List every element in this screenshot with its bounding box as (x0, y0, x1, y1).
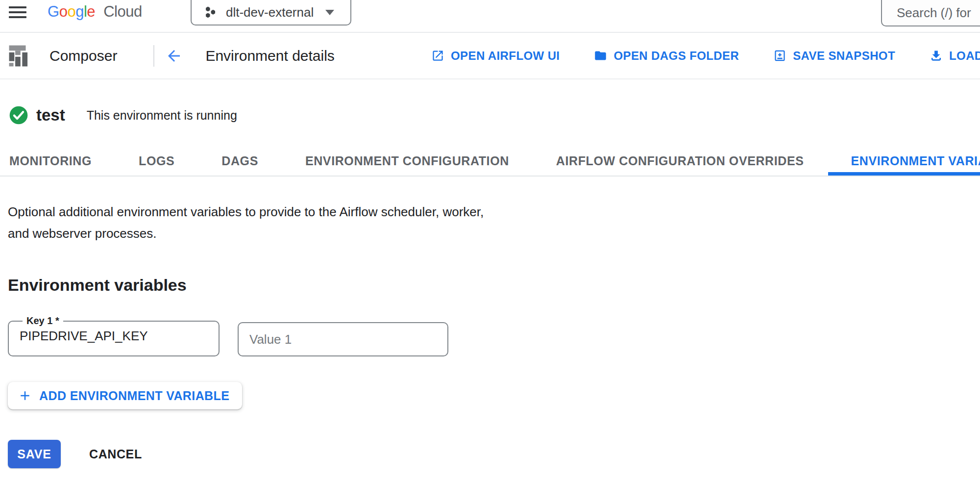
logo-letter: g (75, 3, 84, 20)
search-input[interactable] (882, 5, 980, 21)
google-cloud-logo: Google Cloud (48, 3, 142, 21)
project-selector[interactable]: dlt-dev-external (191, 0, 351, 25)
key-field-label: Key 1 * (23, 315, 63, 327)
download-icon (930, 49, 943, 62)
tab-description: Optional additional environment variable… (8, 201, 503, 244)
save-button[interactable]: SAVE (8, 440, 61, 468)
tab-monitoring[interactable]: MONITORING (9, 146, 92, 176)
project-hexagons-icon (203, 5, 217, 19)
tab-logs[interactable]: LOGS (139, 146, 174, 176)
search-box (881, 0, 980, 26)
section-title: Environment variables (8, 276, 980, 295)
environment-status-message: This environment is running (87, 108, 237, 123)
back-arrow-icon[interactable] (165, 47, 183, 65)
environment-status-row: test This environment is running (9, 105, 980, 126)
chevron-down-icon (325, 10, 334, 15)
tab-environment-variables[interactable]: ENVIRONMENT VARIABLES (851, 146, 980, 176)
check-circle-icon (9, 105, 28, 125)
folder-icon (594, 49, 607, 62)
form-actions: SAVE CANCEL (8, 440, 980, 468)
menu-icon[interactable] (9, 6, 26, 21)
key-input[interactable] (19, 327, 211, 352)
main-content: Optional additional environment variable… (0, 201, 980, 468)
logo-letter: o (67, 3, 75, 20)
project-name: dlt-dev-external (226, 5, 314, 20)
variable-row: Key 1 * (8, 315, 980, 356)
add-environment-variable-button[interactable]: ADD ENVIRONMENT VARIABLE (8, 382, 242, 409)
page-title: Environment details (205, 48, 334, 64)
cancel-button[interactable]: CANCEL (86, 447, 145, 462)
product-name: Composer (49, 48, 117, 64)
top-bar: Google Cloud dlt-dev-external (0, 0, 980, 33)
key-field: Key 1 * (8, 315, 220, 356)
header-actions: OPEN AIRFLOW UI OPEN DAGS FOLDER SAVE SN… (431, 33, 980, 78)
save-snapshot-button[interactable]: SAVE SNAPSHOT (773, 49, 895, 63)
tab-airflow-configuration-overrides[interactable]: AIRFLOW CONFIGURATION OVERRIDES (556, 146, 804, 176)
header-divider (153, 45, 154, 67)
open-dags-folder-button[interactable]: OPEN DAGS FOLDER (594, 49, 739, 63)
save-snapshot-icon (773, 49, 786, 62)
environment-name: test (36, 106, 65, 125)
open-airflow-ui-button[interactable]: OPEN AIRFLOW UI (431, 49, 560, 63)
load-snapshot-button[interactable]: LOAD SNAPS (930, 49, 980, 63)
plus-icon (18, 388, 32, 403)
product-header: Composer Environment details OPEN AIRFLO… (0, 33, 980, 79)
value-input[interactable] (238, 322, 448, 356)
logo-letter: G (48, 3, 59, 20)
logo-letter: e (87, 3, 95, 20)
composer-logo-icon (7, 44, 32, 68)
tab-environment-configuration[interactable]: ENVIRONMENT CONFIGURATION (305, 146, 509, 176)
tab-dags[interactable]: DAGS (221, 146, 258, 176)
logo-letter: o (59, 3, 68, 20)
tab-bar: MONITORING LOGS DAGS ENVIRONMENT CONFIGU… (0, 146, 980, 177)
open-in-new-icon (431, 49, 444, 62)
logo-cloud-text: Cloud (103, 3, 142, 20)
